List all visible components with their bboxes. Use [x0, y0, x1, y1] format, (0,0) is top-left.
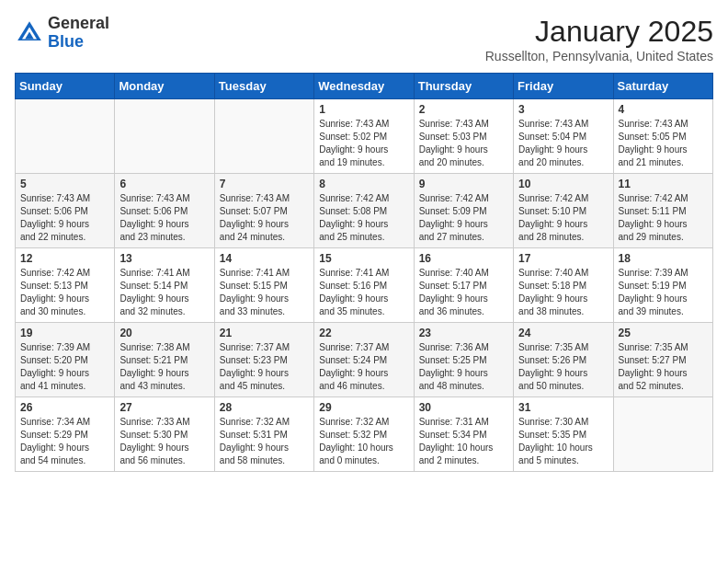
page-header: General Blue January 2025 Russellton, Pe…	[15, 15, 713, 63]
day-info: Sunrise: 7:42 AM Sunset: 5:08 PM Dayligh…	[319, 192, 408, 244]
day-info: Sunrise: 7:31 AM Sunset: 5:34 PM Dayligh…	[419, 416, 508, 467]
weekday-header: Wednesday	[314, 74, 414, 99]
day-info: Sunrise: 7:43 AM Sunset: 5:07 PM Dayligh…	[220, 192, 309, 244]
calendar-cell: 12Sunrise: 7:42 AM Sunset: 5:13 PM Dayli…	[16, 248, 115, 323]
calendar-table: SundayMondayTuesdayWednesdayThursdayFrid…	[15, 73, 713, 472]
calendar-cell: 14Sunrise: 7:41 AM Sunset: 5:15 PM Dayli…	[214, 248, 313, 323]
calendar-week-row: 26Sunrise: 7:34 AM Sunset: 5:29 PM Dayli…	[16, 397, 713, 472]
day-info: Sunrise: 7:43 AM Sunset: 5:06 PM Dayligh…	[20, 192, 109, 244]
calendar-cell: 20Sunrise: 7:38 AM Sunset: 5:21 PM Dayli…	[115, 323, 214, 397]
weekday-header: Monday	[115, 74, 214, 99]
day-info: Sunrise: 7:40 AM Sunset: 5:18 PM Dayligh…	[518, 267, 608, 318]
calendar-cell: 18Sunrise: 7:39 AM Sunset: 5:19 PM Dayli…	[613, 248, 712, 323]
day-number: 7	[220, 178, 309, 190]
calendar-cell: 24Sunrise: 7:35 AM Sunset: 5:26 PM Dayli…	[514, 323, 613, 397]
calendar-week-row: 19Sunrise: 7:39 AM Sunset: 5:20 PM Dayli…	[16, 323, 713, 397]
day-number: 15	[319, 252, 408, 265]
day-info: Sunrise: 7:42 AM Sunset: 5:11 PM Dayligh…	[619, 192, 708, 244]
calendar-cell: 5Sunrise: 7:43 AM Sunset: 5:06 PM Daylig…	[16, 174, 115, 248]
title-area: January 2025 Russellton, Pennsylvania, U…	[485, 15, 713, 63]
calendar-week-row: 1Sunrise: 7:43 AM Sunset: 5:02 PM Daylig…	[16, 99, 713, 174]
weekday-header: Sunday	[16, 74, 115, 99]
day-info: Sunrise: 7:41 AM Sunset: 5:15 PM Dayligh…	[220, 267, 309, 318]
day-number: 29	[319, 401, 408, 414]
day-info: Sunrise: 7:33 AM Sunset: 5:30 PM Dayligh…	[119, 416, 209, 467]
calendar-cell: 17Sunrise: 7:40 AM Sunset: 5:18 PM Dayli…	[514, 248, 613, 323]
calendar-week-row: 12Sunrise: 7:42 AM Sunset: 5:13 PM Dayli…	[16, 248, 713, 323]
calendar-cell: 28Sunrise: 7:32 AM Sunset: 5:31 PM Dayli…	[214, 397, 313, 472]
day-info: Sunrise: 7:43 AM Sunset: 5:02 PM Dayligh…	[319, 118, 408, 169]
logo-icon	[15, 18, 44, 48]
day-number: 31	[518, 401, 608, 414]
calendar-cell	[613, 397, 712, 472]
day-number: 20	[119, 327, 209, 339]
calendar-cell: 25Sunrise: 7:35 AM Sunset: 5:27 PM Dayli…	[613, 323, 712, 397]
weekday-header: Friday	[514, 74, 613, 99]
month-title: January 2025	[485, 15, 713, 49]
day-info: Sunrise: 7:35 AM Sunset: 5:26 PM Dayligh…	[518, 341, 608, 393]
calendar-cell: 11Sunrise: 7:42 AM Sunset: 5:11 PM Dayli…	[613, 174, 712, 248]
calendar-cell: 10Sunrise: 7:42 AM Sunset: 5:10 PM Dayli…	[514, 174, 613, 248]
logo: General Blue	[15, 15, 109, 52]
calendar-cell: 7Sunrise: 7:43 AM Sunset: 5:07 PM Daylig…	[214, 174, 313, 248]
day-number: 30	[419, 401, 508, 414]
day-info: Sunrise: 7:30 AM Sunset: 5:35 PM Dayligh…	[518, 416, 608, 467]
day-number: 28	[220, 401, 309, 414]
day-number: 21	[220, 327, 309, 339]
calendar-cell: 29Sunrise: 7:32 AM Sunset: 5:32 PM Dayli…	[314, 397, 414, 472]
day-number: 4	[619, 103, 708, 116]
calendar-cell: 16Sunrise: 7:40 AM Sunset: 5:17 PM Dayli…	[414, 248, 513, 323]
day-info: Sunrise: 7:37 AM Sunset: 5:23 PM Dayligh…	[220, 341, 309, 393]
calendar-cell: 22Sunrise: 7:37 AM Sunset: 5:24 PM Dayli…	[314, 323, 414, 397]
calendar-header-row: SundayMondayTuesdayWednesdayThursdayFrid…	[16, 74, 713, 99]
day-info: Sunrise: 7:39 AM Sunset: 5:19 PM Dayligh…	[619, 267, 708, 318]
calendar-cell: 1Sunrise: 7:43 AM Sunset: 5:02 PM Daylig…	[314, 99, 414, 174]
weekday-header: Thursday	[414, 74, 513, 99]
day-info: Sunrise: 7:42 AM Sunset: 5:09 PM Dayligh…	[419, 192, 508, 244]
day-info: Sunrise: 7:41 AM Sunset: 5:16 PM Dayligh…	[319, 267, 408, 318]
day-number: 18	[619, 252, 708, 265]
day-number: 23	[419, 327, 508, 339]
day-number: 16	[419, 252, 508, 265]
day-info: Sunrise: 7:43 AM Sunset: 5:04 PM Dayligh…	[518, 118, 608, 169]
day-number: 22	[319, 327, 408, 339]
day-info: Sunrise: 7:40 AM Sunset: 5:17 PM Dayligh…	[419, 267, 508, 318]
day-info: Sunrise: 7:43 AM Sunset: 5:06 PM Dayligh…	[119, 192, 209, 244]
day-info: Sunrise: 7:43 AM Sunset: 5:05 PM Dayligh…	[619, 118, 708, 169]
day-number: 10	[518, 178, 608, 190]
calendar-cell	[115, 99, 214, 174]
calendar-cell	[214, 99, 313, 174]
calendar-cell: 9Sunrise: 7:42 AM Sunset: 5:09 PM Daylig…	[414, 174, 513, 248]
day-info: Sunrise: 7:41 AM Sunset: 5:14 PM Dayligh…	[119, 267, 209, 318]
calendar-cell: 19Sunrise: 7:39 AM Sunset: 5:20 PM Dayli…	[16, 323, 115, 397]
calendar-cell: 6Sunrise: 7:43 AM Sunset: 5:06 PM Daylig…	[115, 174, 214, 248]
day-number: 24	[518, 327, 608, 339]
day-number: 11	[619, 178, 708, 190]
calendar-cell: 31Sunrise: 7:30 AM Sunset: 5:35 PM Dayli…	[514, 397, 613, 472]
day-number: 3	[518, 103, 608, 116]
calendar-cell: 13Sunrise: 7:41 AM Sunset: 5:14 PM Dayli…	[115, 248, 214, 323]
day-number: 2	[419, 103, 508, 116]
day-number: 26	[20, 401, 109, 414]
weekday-header: Tuesday	[214, 74, 313, 99]
day-info: Sunrise: 7:42 AM Sunset: 5:10 PM Dayligh…	[518, 192, 608, 244]
day-number: 9	[419, 178, 508, 190]
calendar-cell: 4Sunrise: 7:43 AM Sunset: 5:05 PM Daylig…	[613, 99, 712, 174]
weekday-header: Saturday	[613, 74, 712, 99]
logo-general-text: General	[48, 15, 109, 33]
day-info: Sunrise: 7:38 AM Sunset: 5:21 PM Dayligh…	[119, 341, 209, 393]
calendar-cell: 8Sunrise: 7:42 AM Sunset: 5:08 PM Daylig…	[314, 174, 414, 248]
day-number: 8	[319, 178, 408, 190]
calendar-cell: 26Sunrise: 7:34 AM Sunset: 5:29 PM Dayli…	[16, 397, 115, 472]
day-number: 5	[20, 178, 109, 190]
day-number: 19	[20, 327, 109, 339]
day-info: Sunrise: 7:42 AM Sunset: 5:13 PM Dayligh…	[20, 267, 109, 318]
day-info: Sunrise: 7:34 AM Sunset: 5:29 PM Dayligh…	[20, 416, 109, 467]
calendar-cell	[16, 99, 115, 174]
day-number: 1	[319, 103, 408, 116]
calendar-cell: 3Sunrise: 7:43 AM Sunset: 5:04 PM Daylig…	[514, 99, 613, 174]
day-info: Sunrise: 7:43 AM Sunset: 5:03 PM Dayligh…	[419, 118, 508, 169]
day-info: Sunrise: 7:32 AM Sunset: 5:31 PM Dayligh…	[220, 416, 309, 467]
logo-blue-text: Blue	[48, 33, 109, 52]
calendar-cell: 23Sunrise: 7:36 AM Sunset: 5:25 PM Dayli…	[414, 323, 513, 397]
